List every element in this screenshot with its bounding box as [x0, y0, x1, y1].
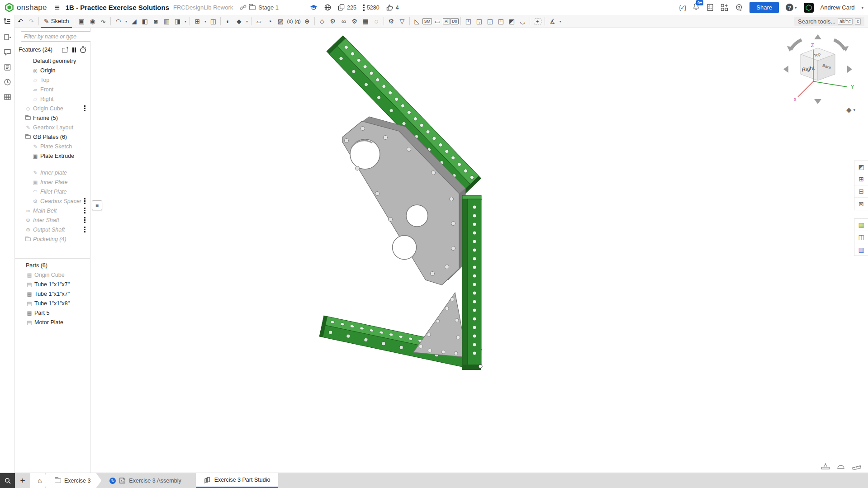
feature-tree-item[interactable]: Inner Plate [15, 177, 90, 187]
feature-tree-item[interactable]: Plate Extrude [15, 151, 90, 161]
tab-exercise-3-assembly[interactable]: ↻ Exercise 3 Assembly [101, 473, 189, 488]
instance-dots-icon[interactable] [84, 227, 85, 232]
new-folder-icon[interactable] [62, 47, 69, 53]
tool-icon-1[interactable]: ◰ [463, 16, 474, 27]
rollback-scrubber-button[interactable]: ≡ [92, 200, 102, 210]
custom-tables-button[interactable]: ⊞ [854, 173, 868, 185]
undo-icon[interactable]: ↶ [15, 16, 26, 27]
mirror-icon[interactable]: ◫ [208, 16, 218, 27]
hamburger-menu-icon[interactable]: ≡ [55, 3, 60, 13]
feature-tree-item[interactable]: Plate Sketch [15, 142, 90, 151]
chamfer-icon[interactable]: ◢ [128, 16, 139, 27]
share-button[interactable]: Share [749, 2, 779, 13]
avatar[interactable] [804, 3, 814, 13]
split-icon[interactable]: ◆ [233, 16, 244, 27]
mate-connector-icon[interactable]: ⊕ [302, 16, 313, 27]
onshape-logo[interactable]: onshape [5, 3, 47, 12]
part-list-item[interactable]: Tube 1"x1"x7" [15, 280, 90, 289]
redo-icon[interactable]: ↷ [26, 16, 37, 27]
tool-icon-3[interactable]: ◲ [484, 16, 495, 27]
history-icon[interactable] [4, 78, 11, 86]
feature-tree-item[interactable]: Main Belt [15, 206, 90, 215]
revolve-icon[interactable]: ◉ [87, 16, 98, 27]
search-tools[interactable]: Search tools... alt/⌥ c [794, 17, 864, 26]
model-canvas[interactable]: ≡ Top Right Back [90, 28, 868, 473]
comments-icon[interactable] [4, 48, 11, 56]
sketch-button[interactable]: ✎Sketch [41, 15, 72, 28]
feature-tree-item[interactable]: Inner plate [15, 168, 90, 177]
new-tab-button[interactable]: + [15, 473, 30, 488]
origin-marker[interactable] [479, 365, 482, 368]
apps-grid-icon[interactable] [721, 4, 728, 11]
document-title[interactable]: 1B - Practice Exercise Solutions [66, 4, 169, 11]
helix-icon[interactable]: ◔ [264, 16, 275, 27]
vertical-tube[interactable] [462, 195, 481, 370]
feature-tree-item[interactable]: Origin Cube [15, 104, 90, 113]
table-functions-button[interactable]: ⊠ [854, 198, 868, 210]
plane-icon[interactable]: ▱ [253, 16, 264, 27]
chevron-down-icon[interactable]: ▾ [123, 16, 128, 27]
tasks-icon[interactable] [707, 4, 714, 11]
feature-tree-item[interactable]: Fillet Plate [15, 187, 90, 196]
transform-icon[interactable]: ▨ [275, 16, 286, 27]
app-panel-button-2[interactable]: ◫ [854, 231, 868, 243]
instance-dots-icon[interactable] [84, 217, 85, 223]
public-stat[interactable] [324, 4, 331, 11]
stopwatch-icon[interactable] [80, 46, 86, 53]
chevron-down-icon[interactable]: ▾ [558, 16, 563, 27]
part-list-item[interactable]: Part 5 [15, 308, 90, 317]
3d-model[interactable] [90, 28, 868, 473]
feature-tree-item[interactable]: Right [15, 94, 90, 104]
viewcube-body[interactable]: Top Right Back [801, 48, 835, 81]
gusset-plate[interactable] [413, 293, 467, 357]
feature-tree-item[interactable]: GB Plates (6) [15, 132, 90, 142]
suspend-rebuild-button[interactable] [72, 47, 76, 52]
find-in-document-button[interactable] [0, 473, 15, 488]
instance-dots-icon[interactable] [84, 198, 85, 204]
notifications-button[interactable]: 9+ [693, 3, 700, 12]
print-bed-icon[interactable] [821, 463, 830, 470]
draft-icon[interactable]: ◨ [172, 16, 183, 27]
sheet-icon[interactable]: ▭ [432, 16, 443, 27]
app-panel-button-1[interactable]: ▦ [854, 219, 868, 231]
part-list-item[interactable]: Motor Plate [15, 317, 90, 327]
tool-icon-5[interactable]: ◩ [506, 16, 517, 27]
featurescript-icon[interactable]: ⚙ [327, 16, 338, 27]
filter-input[interactable] [21, 31, 98, 42]
chevron-down-icon[interactable]: ▾ [203, 16, 208, 27]
tool-icon-4[interactable]: ◳ [495, 16, 506, 27]
origin-target-icon[interactable]: + [532, 16, 543, 27]
help-menu[interactable]: ? ▾ [786, 4, 797, 11]
part-list-item[interactable]: Origin Cube [15, 270, 90, 280]
boolean-icon[interactable]: ◐ [223, 16, 233, 27]
view-mode-button[interactable]: ◆ ▾ [846, 106, 855, 114]
filter-icon[interactable]: ▽ [397, 16, 408, 27]
sweep-icon[interactable]: ∿ [98, 16, 109, 27]
instance-dots-icon[interactable] [84, 208, 85, 213]
slot-icon[interactable]: ◌ [371, 16, 382, 27]
tool-icon-6[interactable]: ◡ [517, 16, 528, 27]
feature-tree-item[interactable]: Frame (5) [15, 113, 90, 123]
fillet-icon[interactable]: ◠ [113, 16, 123, 27]
ai-icon[interactable]: Ai [443, 16, 450, 27]
chevron-down-icon[interactable]: ▾ [183, 16, 188, 27]
feature-tree-item[interactable]: Origin [15, 66, 90, 75]
feature-tree-item[interactable] [15, 161, 90, 168]
frame-icon[interactable]: ▦ [360, 16, 371, 27]
variable-icon[interactable]: (x) [286, 16, 294, 27]
sheet-metal-icon[interactable]: SM [422, 16, 432, 27]
feature-tree-item[interactable]: Default geometry [15, 56, 90, 66]
instance-dots-icon[interactable] [84, 105, 85, 111]
document-location[interactable]: Stage 1 [240, 4, 279, 11]
learning-assistant-icon[interactable] [735, 4, 743, 11]
chevron-down-icon[interactable]: ▾ [861, 5, 863, 10]
part-list-item[interactable]: Tube 1"x1"x7" [15, 289, 90, 298]
table-updates-button[interactable]: ⊟ [854, 185, 868, 198]
feature-tree-item[interactable]: Front [15, 85, 90, 94]
linear-pattern-icon[interactable]: ⊞ [192, 16, 203, 27]
tab-exercise-3[interactable]: Exercise 3 [46, 473, 101, 488]
app-panel-button-3[interactable]: ▥ [854, 243, 868, 256]
tables-icon[interactable] [4, 93, 11, 101]
flange-icon[interactable]: ◺ [412, 16, 422, 27]
feature-list-toggle-button[interactable] [0, 15, 15, 28]
